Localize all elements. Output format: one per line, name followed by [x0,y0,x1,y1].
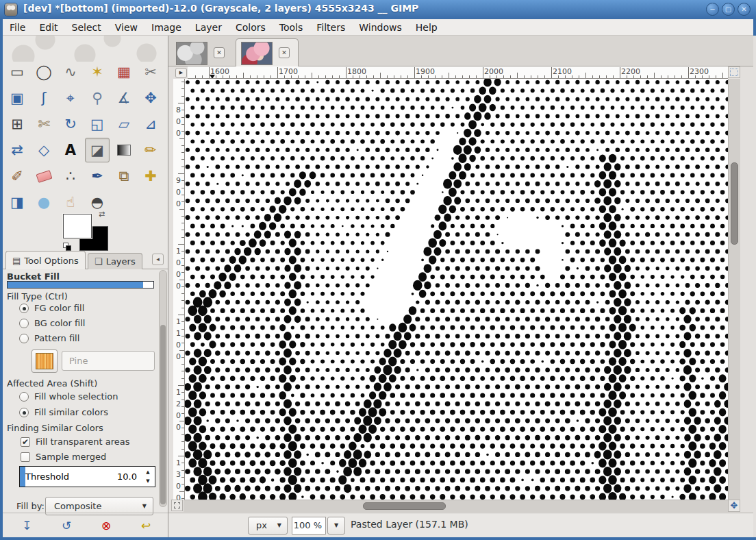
tool-smudge[interactable]: ☝ [58,190,83,214]
threshold-slider[interactable]: Threshold 10.0 ▲ ▼ [19,466,155,487]
tool-options-scrollbar-thumb[interactable] [160,325,166,504]
restore-options-button[interactable]: ↺ [58,517,75,534]
horizontal-ruler[interactable]: 16001700180019002000210022002300 [188,66,728,79]
vertical-scrollbar-thumb[interactable] [731,162,738,245]
radio-icon[interactable] [19,319,29,328]
menu-layer[interactable]: Layer [188,19,229,35]
radio-icon[interactable] [19,304,29,313]
zoom-dropdown-button[interactable]: ▼ [327,517,345,535]
tool-perspective-clone[interactable]: ◨ [5,190,29,214]
menu-select[interactable]: Select [65,19,108,35]
reset-options-button[interactable]: ↩ [137,517,155,534]
tool-eraser[interactable] [32,164,56,188]
tool-rotate[interactable]: ↻ [58,112,83,136]
tool-airbrush[interactable]: ∴ [58,164,83,188]
menu-image[interactable]: Image [144,19,188,35]
default-colors-icon[interactable] [63,243,72,251]
quick-mask-toggle[interactable] [171,500,183,511]
navigation-button[interactable]: ✥ [728,500,740,512]
close-button[interactable]: ✕ [738,3,751,16]
tool-foreground-select[interactable]: ▣ [5,86,29,110]
menu-edit[interactable]: Edit [32,19,64,35]
close-tab-icon[interactable]: ✕ [214,47,225,58]
maximize-button[interactable]: ▢ [722,3,735,16]
tool-flip[interactable]: ⇄ [5,138,29,162]
minimize-button[interactable]: − [706,3,719,16]
tool-shear[interactable]: ▱ [112,112,136,136]
fill-type-option[interactable]: FG color fill [19,303,84,313]
tool-rectangle-select[interactable]: ▭ [5,60,29,84]
finding-checkbox[interactable]: Sample merged [21,452,106,462]
pattern-preview-button[interactable] [32,349,58,373]
tool-ink[interactable]: ✒ [85,164,110,188]
tool-scale[interactable]: ◱ [85,112,110,136]
tool-paintbrush[interactable]: ✐ [5,164,29,188]
foreground-color-swatch[interactable] [63,214,92,238]
delete-options-button[interactable]: ⊗ [97,517,115,534]
zoom-level-field[interactable]: 100 % [292,517,326,535]
image-menu-button[interactable]: ▶ [175,68,187,78]
tool-measure[interactable]: ∡ [112,86,136,110]
close-tab-icon[interactable]: ✕ [279,47,290,58]
horizontal-scrollbar-thumb[interactable] [363,502,446,510]
fill-type-option[interactable]: BG color fill [19,318,85,328]
menu-windows[interactable]: Windows [352,19,409,35]
tool-options-scrollbar[interactable] [159,270,167,507]
vertical-ruler[interactable]: 8 0 09 0 01 0 0 01 1 0 01 2 0 01 3 0 0 [173,79,185,500]
tool-bucket-fill[interactable]: ◪ [85,138,110,162]
tab-layers[interactable]: ❏Layers [88,253,142,269]
tool-perspective[interactable]: ⊿ [138,112,163,136]
checkbox-icon[interactable] [21,452,30,462]
tool-blur-sharpen[interactable]: ● [32,190,56,214]
menu-filters[interactable]: Filters [310,19,352,35]
tool-clone[interactable]: ⧉ [112,164,136,188]
checkbox-icon[interactable]: ✔ [21,437,30,447]
radio-icon[interactable] [19,392,29,402]
radio-icon[interactable] [19,408,29,417]
zoom-follow-window-toggle[interactable] [728,66,740,78]
affected-area-option[interactable]: Fill whole selection [19,391,118,402]
tab-tool-options[interactable]: ▤Tool Options [5,251,86,269]
tool-fuzzy-select[interactable]: ✶ [85,60,110,84]
tool-free-select[interactable]: ∿ [58,60,83,84]
image-canvas[interactable] [185,79,728,500]
menu-file[interactable]: File [3,19,32,35]
vertical-scrollbar[interactable] [728,79,740,500]
affected-area-option[interactable]: Fill similar colors [19,407,108,417]
swap-colors-icon[interactable]: ⇄ [99,210,105,219]
radio-icon[interactable] [19,334,29,343]
menu-colors[interactable]: Colors [229,19,273,35]
threshold-spinner[interactable]: ▲ ▼ [143,467,153,486]
menu-help[interactable]: Help [409,19,444,35]
fill-type-option[interactable]: Pattern fill [19,333,79,343]
tool-paths[interactable]: ʃ [32,86,56,110]
pattern-name-field[interactable]: Pine [62,351,155,371]
spin-up-icon[interactable]: ▲ [146,469,149,475]
tool-cage-transform[interactable]: ◇ [32,138,56,162]
tool-crop[interactable]: ✄ [32,112,56,136]
tool-zoom[interactable]: ⚲ [85,86,110,110]
dock-collapse-button[interactable]: ◂ [152,254,164,265]
tool-move[interactable]: ✥ [138,86,163,110]
unit-dropdown[interactable]: px ▼ [248,517,288,535]
tool-pencil[interactable]: ✏ [138,138,163,162]
save-options-button[interactable]: ↧ [18,517,36,534]
tool-scissors-select[interactable]: ✂ [138,60,163,84]
tool-heal[interactable]: ✚ [138,164,163,188]
image-tab-grayscale-image[interactable]: ✕ [171,39,234,66]
horizontal-scrollbar[interactable] [184,500,728,512]
tool-color-picker[interactable]: ⌖ [58,86,83,110]
tool-select-by-color[interactable]: ▦ [112,60,136,84]
image-tab-color-image[interactable]: ✕ [236,38,299,66]
tool-dodge-burn[interactable]: ◓ [85,190,110,214]
tool-align[interactable]: ⊞ [5,112,29,136]
finding-checkbox[interactable]: ✔Fill transparent areas [21,437,129,447]
title-bar[interactable]: [dev] *[bottom] (imported)-12.0 (Graysca… [0,0,756,19]
tool-gradient[interactable] [112,138,136,162]
menu-tools[interactable]: Tools [273,19,310,35]
menu-view[interactable]: View [108,19,144,35]
opacity-slider[interactable] [7,281,154,289]
tool-ellipse-select[interactable]: ◯ [32,60,56,84]
spin-down-icon[interactable]: ▼ [146,478,149,484]
tool-text[interactable]: A [58,138,83,162]
